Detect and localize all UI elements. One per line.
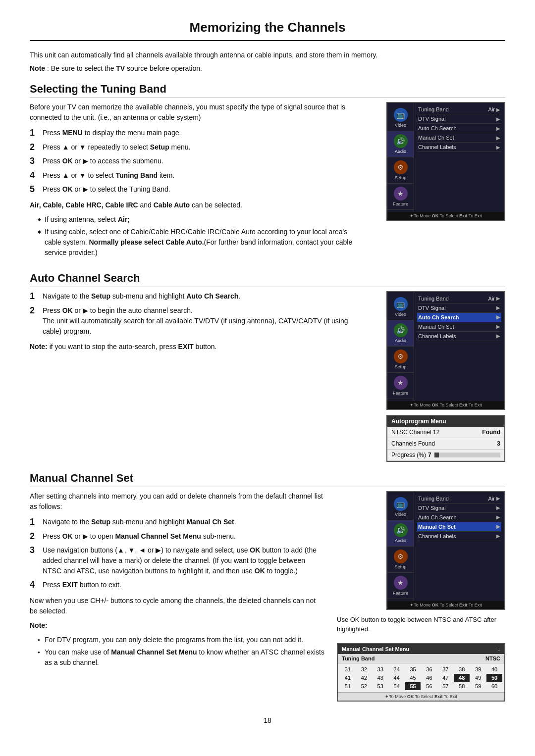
menu-row-manual-ch-3: Manual Ch Set ▶	[417, 522, 501, 532]
channel-cell: 39	[470, 665, 486, 673]
channel-cell: 56	[421, 682, 437, 690]
intro-text: This unit can automatically find all cha…	[30, 50, 505, 60]
intro-note: Note : Be sure to select the TV source b…	[30, 63, 505, 74]
step-item: 1 Navigate to the Setup sub-menu and hig…	[30, 291, 365, 302]
tuning-band-steps: 1Press MENU to display the menu main pag…	[30, 128, 365, 195]
sidebar-feature-2: ★ Feature	[387, 373, 414, 399]
tuning-band-ui-col: 📺 Video 🔊 Audio ⚙ Setup ★ Feature	[376, 102, 505, 262]
menu-row-dtv-2: DTV Signal ▶	[417, 303, 501, 313]
manual-ch-menu-footer: ✦To Move OK To Select Exit To Exit	[338, 692, 504, 701]
autoprogram-channels-row: Channels Found 3	[387, 438, 504, 450]
autoprogram-progress-row: Progress (%) 7	[387, 450, 504, 461]
page-title: Memorizing the Channels	[30, 20, 505, 41]
sidebar-audio: 🔊 Audio	[387, 131, 414, 157]
auto-ch-note: Note: if you want to stop the auto-searc…	[30, 342, 365, 352]
channel-cell: 37	[437, 665, 453, 673]
video-icon-2: 📺	[394, 297, 408, 311]
bullet-item: If using antenna, select Air;	[38, 214, 365, 225]
autoprogram-ntsc-row: NTSC Channel 12 Found	[387, 427, 504, 438]
autoprogram-title: Autoprogram Menu	[387, 416, 504, 427]
menu-content-2: Tuning Band Air▶ DTV Signal ▶ Auto Ch Se…	[414, 292, 504, 401]
auto-channel-title: Auto Channel Search	[30, 272, 505, 287]
channel-cell: 45	[405, 674, 421, 682]
channel-cell: 42	[356, 674, 372, 682]
channel-cell: 48	[454, 674, 470, 682]
channel-cell: 53	[373, 682, 388, 690]
page-number: 18	[30, 716, 505, 724]
tuning-band-subrow-value: NTSC	[485, 655, 500, 661]
step-item: 2 Press OK or ▶ to open Manual Channel S…	[30, 531, 325, 542]
auto-ch-tv-menu: 📺 Video 🔊 Audio ⚙ Setup ★ Feature	[386, 291, 505, 410]
step-item: 5Press OK or ▶ to select the Tuning Band…	[30, 184, 365, 195]
step-item: 2Press ▲ or ▼ repeatedly to select Setup…	[30, 142, 365, 153]
step-item: 4 Press EXIT button to exit.	[30, 580, 325, 591]
channel-cell: 55	[405, 682, 421, 690]
step-item: 1Press MENU to display the menu main pag…	[30, 128, 365, 139]
channel-cell: 41	[340, 674, 356, 682]
tuning-band-desc: Before your TV can memorize the availabl…	[30, 102, 365, 123]
manual-channel-title: Manual Channel Set	[30, 472, 505, 487]
sidebar-setup-3: ⚙ Setup	[387, 547, 414, 573]
sidebar-setup: ⚙ Setup	[387, 157, 414, 184]
step-item: 3 Use navigation buttons (▲, ▼, ◄ or ▶) …	[30, 545, 325, 576]
manual-ch-after-note: Now when you use CH+/- buttons to cycle …	[30, 596, 325, 616]
sidebar-setup-2: ⚙ Setup	[387, 347, 414, 373]
setup-icon-3: ⚙	[394, 550, 408, 563]
audio-icon-2: 🔊	[394, 323, 408, 337]
channel-cell: 38	[454, 665, 470, 673]
manual-ch-bullets: For DTV program, you can only delete the…	[38, 635, 325, 668]
menu-row-auto-ch-3: Auto Ch Search ▶	[417, 513, 501, 522]
channel-cell: 54	[389, 682, 405, 690]
menu-row-dtv: DTV Signal ▶	[417, 114, 501, 124]
channel-cell: 47	[437, 674, 453, 682]
channel-grid: 3132333435363738394041424344454647484950…	[338, 663, 504, 692]
channel-cell: 59	[470, 682, 486, 690]
channel-cell: 49	[470, 674, 486, 682]
channel-cell: 60	[486, 682, 502, 690]
autoprogram-menu: Autoprogram Menu NTSC Channel 12 Found C…	[386, 415, 505, 462]
menu-footer: ✦To Move OK To Select Exit To Exit	[387, 212, 504, 220]
menu-footer-3: ✦To Move OK To Select Exit To Exit	[387, 601, 504, 609]
circle-bullet-item: You can make use of Manual Channel Set M…	[38, 647, 325, 668]
menu-row-auto-ch-2: Auto Ch Search ▶	[417, 313, 501, 322]
menu-row-tuning-3: Tuning Band Air▶	[417, 494, 501, 504]
auto-channel-ui-col: 📺 Video 🔊 Audio ⚙ Setup ★ Feature	[376, 291, 505, 462]
menu-row-channel-labels-2: Channel Labels ▶	[417, 332, 501, 341]
menu-row-manual-ch: Manual Ch Set ▶	[417, 133, 501, 143]
sidebar-feature-3: ★ Feature	[387, 573, 414, 599]
step-item: 1 Navigate to the Setup sub-menu and hig…	[30, 517, 325, 528]
sidebar-video-3: 📺 Video	[387, 494, 414, 520]
video-icon: 📺	[394, 108, 408, 122]
manual-ch-tv-menu: 📺 Video 🔊 Audio ⚙ Setup ★ Feature	[386, 491, 505, 610]
menu-sidebar: 📺 Video 🔊 Audio ⚙ Setup ★ Feature	[387, 103, 414, 212]
sidebar-video: 📺 Video	[387, 105, 414, 131]
band-options-note: Air, Cable, Cable HRC, Cable IRC and Cab…	[30, 200, 365, 210]
menu-content-3: Tuning Band Air▶ DTV Signal ▶ Auto Ch Se…	[414, 492, 504, 601]
channel-cell: 58	[454, 682, 470, 690]
channel-cell: 46	[421, 674, 437, 682]
channel-cell: 31	[340, 665, 356, 673]
menu-row-auto-ch: Auto Ch Search ▶	[417, 124, 501, 133]
video-icon-3: 📺	[394, 497, 408, 511]
step-item: 3Press OK or ▶ to access the submenu.	[30, 156, 365, 167]
channel-cell: 32	[356, 665, 372, 673]
menu-row-channel-labels-3: Channel Labels ▶	[417, 532, 501, 541]
menu-row-manual-ch-2: Manual Ch Set ▶	[417, 322, 501, 332]
audio-icon-3: 🔊	[394, 523, 408, 537]
tuning-band-subrow-label: Tuning Band	[342, 655, 374, 661]
manual-ch-menu-title: Manual Channel Set Menu ↓	[338, 644, 504, 654]
channels-label: Channels Found	[391, 440, 435, 447]
channels-value: 3	[497, 440, 500, 447]
channel-cell: 36	[421, 665, 437, 673]
feature-icon: ★	[394, 187, 408, 201]
progress-bar-fill	[434, 453, 439, 457]
progress-bar	[434, 453, 500, 457]
band-bullets: If using antenna, select Air; If using c…	[38, 214, 365, 258]
setup-icon-2: ⚙	[394, 350, 408, 363]
channel-cell: 35	[405, 665, 421, 673]
channel-cell: 50	[486, 674, 502, 682]
sidebar-video-2: 📺 Video	[387, 294, 414, 320]
manual-ch-steps: 1 Navigate to the Setup sub-menu and hig…	[30, 517, 325, 591]
channel-cell: 51	[340, 682, 356, 690]
menu-sidebar-2: 📺 Video 🔊 Audio ⚙ Setup ★ Feature	[387, 292, 414, 401]
